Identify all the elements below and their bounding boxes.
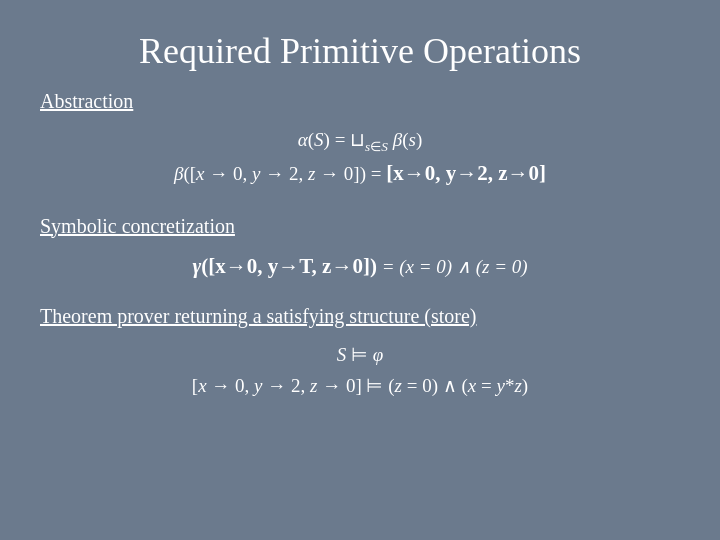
theorem-line2: [x → 0, y → 2, z → 0] ⊨ (z = 0) ∧ (x = y… (40, 371, 680, 401)
symbolic-section: Symbolic concretization γ([x→0, y→T, z→0… (40, 215, 680, 284)
abstraction-header: Abstraction (40, 90, 680, 113)
slide-title: Required Primitive Operations (40, 30, 680, 72)
abstraction-line2: β([x → 0, y → 2, z → 0]) = [x→0, y→2, z→… (40, 157, 680, 191)
theorem-section: Theorem prover returning a satisfying st… (40, 305, 680, 401)
abstraction-line1: α(S) = ⊔s∈S β(s) (40, 125, 680, 157)
slide: Required Primitive Operations Abstractio… (0, 0, 720, 540)
theorem-line1: S ⊨ φ (40, 340, 680, 370)
symbolic-header: Symbolic concretization (40, 215, 680, 238)
theorem-header: Theorem prover returning a satisfying st… (40, 305, 680, 328)
symbolic-line1: γ([x→0, y→T, z→0]) = (x = 0) ∧ (z = 0) (40, 250, 680, 284)
abstraction-section: Abstraction α(S) = ⊔s∈S β(s) β([x → 0, y… (40, 90, 680, 191)
